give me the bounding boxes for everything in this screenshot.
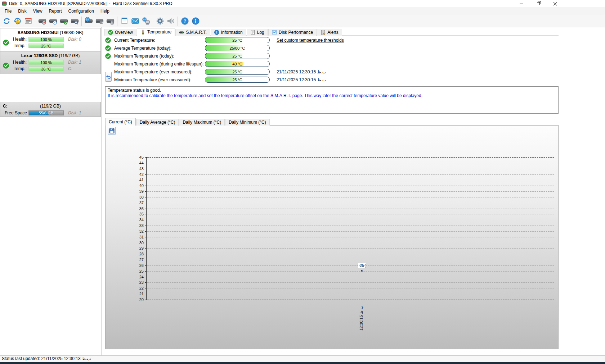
chart-tab-daily-average[interactable]: Daily Average (°C) bbox=[136, 119, 179, 126]
close-button[interactable] bbox=[547, 0, 564, 7]
disk-item-lexar[interactable]: Lexar 128GB SSD (119/2 GB) Health: 100 %… bbox=[0, 51, 101, 74]
health-ok-icon bbox=[3, 40, 9, 46]
partition-item-c[interactable]: C: (119/2 GB) Free Space 55/6 GB Disk: 1 bbox=[0, 102, 101, 117]
time-marker-line bbox=[362, 157, 362, 300]
temp-value-bar: 25 °C bbox=[205, 69, 270, 75]
reset-extremes-button[interactable] bbox=[105, 72, 112, 82]
lifespan-max-highlight: 40 °C bbox=[231, 62, 243, 66]
health-label: Health: bbox=[11, 60, 28, 65]
network-disk-button[interactable] bbox=[83, 16, 94, 26]
disk-title: Lexar 128GB SSD (119/2 GB) bbox=[0, 53, 100, 58]
minimize-icon bbox=[520, 4, 523, 4]
save-chart-button[interactable] bbox=[108, 127, 116, 135]
settings-button[interactable] bbox=[154, 16, 165, 26]
temp-row-label: Maximum Temperature (ever measured): bbox=[114, 69, 205, 74]
y-gridline-24: 24 bbox=[147, 277, 554, 277]
disk-clock-button[interactable] bbox=[48, 16, 58, 26]
temp-bar: 36 °C bbox=[28, 67, 64, 71]
free-space-value: 55/6 GB bbox=[29, 111, 63, 115]
y-gridline-28: 28 bbox=[147, 254, 554, 254]
info-icon bbox=[192, 17, 200, 25]
temp-row-label: Maximum Temperature (during entire lifes… bbox=[114, 62, 205, 67]
report-window-icon bbox=[24, 17, 32, 25]
temp-value-bar: 40 °C bbox=[205, 61, 270, 67]
temperature-chart-panel: 25 12:30:15 ب.ظ 454443424140393837363534… bbox=[105, 125, 559, 349]
menu-item-report[interactable]: Report bbox=[46, 8, 65, 14]
y-gridline-34: 34 bbox=[147, 220, 554, 220]
gear-icon bbox=[156, 17, 164, 25]
disk-gauge-icon bbox=[38, 17, 46, 25]
help-button[interactable]: ? bbox=[179, 16, 190, 26]
set-custom-thresholds-link[interactable]: Set custom temperature thresholds bbox=[277, 38, 344, 43]
temp-value-bar: 25/00 °C bbox=[205, 45, 270, 51]
disk-check-button[interactable] bbox=[58, 16, 69, 26]
y-gridline-40: 40 bbox=[147, 186, 554, 186]
tab-temperature[interactable]: Temperature bbox=[137, 28, 175, 36]
notepad-report-button[interactable] bbox=[119, 16, 130, 26]
toolbar: ? bbox=[0, 15, 605, 27]
email-button[interactable] bbox=[130, 16, 140, 26]
thermometer-icon bbox=[140, 29, 145, 35]
disk-number: Disk: 1 bbox=[64, 110, 100, 115]
temp-value-bar: 25 °C bbox=[205, 37, 270, 43]
y-gridline-32: 32 bbox=[147, 231, 554, 232]
tab-log[interactable]: Log bbox=[247, 29, 268, 36]
tab-overview[interactable]: Overview bbox=[104, 29, 136, 36]
refresh-warning-button[interactable] bbox=[12, 16, 23, 26]
information-icon bbox=[214, 30, 219, 35]
menu-item-help[interactable]: Help bbox=[97, 8, 113, 14]
y-gridline-20: 20 bbox=[147, 300, 554, 300]
network-share-button[interactable] bbox=[140, 16, 151, 26]
chart-tab-daily-maximum[interactable]: Daily Maximum (°C) bbox=[179, 119, 225, 126]
tab-information[interactable]: Information bbox=[211, 29, 246, 36]
chart-tabs: Current (°C) Daily Average (°C) Daily Ma… bbox=[105, 118, 270, 126]
refresh-button[interactable] bbox=[1, 16, 12, 26]
menu-item-configuration[interactable]: Configuration bbox=[65, 8, 97, 14]
menu-item-disk[interactable]: Disk bbox=[15, 8, 30, 14]
refresh-warning-icon bbox=[13, 17, 22, 25]
maximize-button[interactable] bbox=[530, 0, 547, 7]
y-gridline-37: 37 bbox=[147, 203, 554, 203]
chart-tab-daily-minimum[interactable]: Daily Minimum (°C) bbox=[225, 119, 269, 126]
information-button[interactable] bbox=[190, 16, 201, 26]
health-bar: 100 % bbox=[28, 60, 64, 65]
menu-item-file[interactable]: File bbox=[1, 8, 15, 14]
y-gridline-39: 39 bbox=[147, 191, 554, 192]
save-floppy-icon bbox=[109, 128, 115, 133]
sounds-button[interactable] bbox=[165, 16, 176, 26]
tab-alerts[interactable]: Alerts bbox=[317, 29, 342, 36]
disk-drive-letter: C: bbox=[64, 66, 100, 71]
temperature-recommendation-text: It is recommended to calibrate the tempe… bbox=[108, 93, 556, 99]
temp-label: Temp.: bbox=[11, 43, 28, 48]
disk-search-button[interactable] bbox=[69, 16, 80, 26]
temp-value-bar: 25 °C bbox=[205, 77, 270, 83]
y-gridline-33: 33 bbox=[147, 226, 554, 226]
temp-row-date: 21/11/2025 12:30:15 ب.ظ bbox=[270, 69, 344, 74]
partition-capacity: (119/2 GB) bbox=[0, 104, 100, 109]
minimize-button[interactable] bbox=[513, 0, 530, 7]
disk-hardware-button[interactable] bbox=[105, 16, 116, 26]
svg-text:?: ? bbox=[183, 19, 186, 24]
undo-icon bbox=[106, 74, 111, 79]
status-ok-icon bbox=[105, 37, 111, 43]
report-window-button[interactable] bbox=[23, 16, 33, 26]
y-gridline-25: 25 bbox=[147, 271, 554, 272]
smart-disk-icon bbox=[179, 30, 184, 35]
temperature-status-box: Temperature status is good. It is recomm… bbox=[105, 86, 559, 114]
temp-label: Temp.: bbox=[11, 66, 28, 71]
tab-disk-performance[interactable]: Disk Performance bbox=[268, 29, 317, 36]
disk-gauge-button[interactable] bbox=[37, 16, 48, 26]
y-gridline-41: 41 bbox=[147, 180, 554, 180]
menu-item-view[interactable]: View bbox=[30, 8, 46, 14]
toolbar-separator bbox=[153, 17, 153, 26]
disk-connect-button[interactable] bbox=[94, 16, 105, 26]
y-gridline-36: 36 bbox=[147, 209, 554, 209]
chart-tab-current[interactable]: Current (°C) bbox=[105, 118, 136, 126]
hard-disk-sentinel-window: Disk: 0, SAMSUNG HD204UI [S2KWJD2ZA00035… bbox=[0, 0, 605, 364]
status-bar-text: Status last updated: 21/11/2025 12:30:13… bbox=[2, 356, 91, 361]
overview-check-icon bbox=[108, 30, 113, 35]
y-gridline-35: 35 bbox=[147, 214, 554, 214]
tab-smart[interactable]: S.M.A.R.T. bbox=[175, 29, 210, 36]
disk-number: Disk: 0 bbox=[64, 37, 100, 42]
disk-item-samsung[interactable]: SAMSUNG HD204UI (1863/0 GB) Health: 100 … bbox=[0, 28, 101, 51]
